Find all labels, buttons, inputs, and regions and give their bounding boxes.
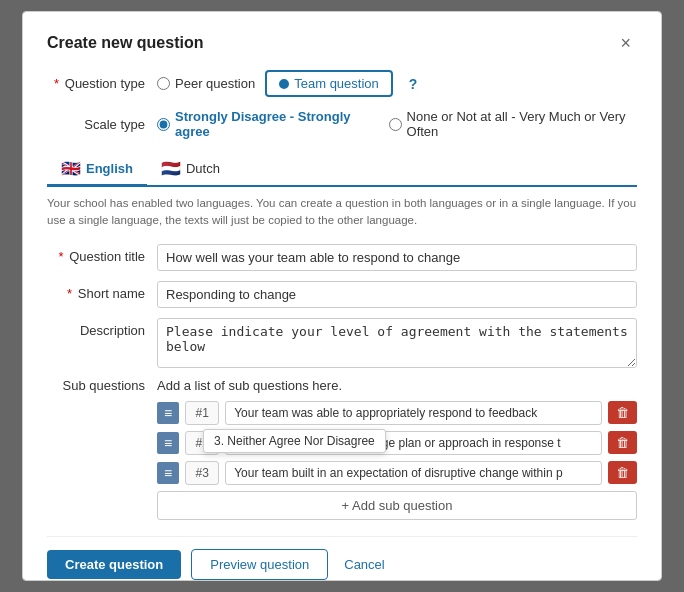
radio-dot (279, 79, 289, 89)
tab-dutch-label: Dutch (186, 161, 220, 176)
peer-question-radio[interactable] (157, 77, 170, 90)
question-title-row: * Question title (47, 244, 637, 271)
sub-question-row: ≡ #1 Your team was able to appropriately… (157, 401, 637, 425)
sub-question-row-3: ≡ #3 Your team built in an expectation o… (157, 461, 637, 485)
question-type-label: * Question type (47, 76, 157, 91)
sq-delete-2[interactable]: 🗑 (608, 431, 637, 454)
modal: Create new question × * Question type Pe… (22, 11, 662, 581)
modal-title: Create new question (47, 34, 203, 52)
question-type-row: * Question type Peer question Team quest… (47, 70, 637, 97)
tab-english-label: English (86, 161, 133, 176)
none-not-at-all-radio[interactable] (389, 118, 402, 131)
drag-handle-1[interactable]: ≡ (157, 402, 179, 424)
drag-handle-2[interactable]: ≡ (157, 432, 179, 454)
sq-delete-1[interactable]: 🗑 (608, 401, 637, 424)
help-icon[interactable]: ? (409, 76, 418, 92)
peer-question-option[interactable]: Peer question (157, 76, 255, 91)
modal-footer: Create question Preview question Cancel (47, 536, 637, 580)
question-title-input[interactable] (157, 244, 637, 271)
close-button[interactable]: × (614, 32, 637, 54)
description-row: Description (47, 318, 637, 368)
sub-questions-hint: Add a list of sub questions here. (157, 378, 342, 393)
scale-type-row: Scale type Strongly Disagree - Strongly … (47, 109, 637, 139)
required-star-3: * (67, 286, 72, 301)
language-info: Your school has enabled two languages. Y… (47, 195, 637, 230)
scale-type-label: Scale type (47, 117, 157, 132)
sq-text-3: Your team built in an expectation of dis… (225, 461, 602, 485)
sq-text-1: Your team was able to appropriately resp… (225, 401, 602, 425)
tooltip-1: 3. Neither Agree Nor Disagree (203, 429, 386, 453)
strongly-disagree-radio[interactable] (157, 118, 170, 131)
cancel-button[interactable]: Cancel (338, 550, 390, 579)
team-question-button[interactable]: Team question (265, 70, 393, 97)
scale-options: Strongly Disagree - Strongly agree None … (157, 109, 637, 139)
sq-number-1: #1 (185, 401, 219, 425)
english-flag: 🇬🇧 (61, 159, 81, 178)
create-question-button[interactable]: Create question (47, 550, 181, 579)
description-input[interactable] (157, 318, 637, 368)
short-name-row: * Short name (47, 281, 637, 308)
tab-dutch[interactable]: 🇳🇱 Dutch (147, 153, 234, 187)
dutch-flag: 🇳🇱 (161, 159, 181, 178)
sub-questions-section: Sub questions Add a list of sub question… (47, 378, 637, 520)
none-not-at-all-option[interactable]: None or Not at all - Very Much or Very O… (389, 109, 637, 139)
sq-number-3: #3 (185, 461, 219, 485)
question-type-options: Peer question Team question ? (157, 70, 417, 97)
strongly-disagree-option[interactable]: Strongly Disagree - Strongly agree (157, 109, 369, 139)
sub-questions-header: Sub questions Add a list of sub question… (47, 378, 637, 393)
sq-delete-3[interactable]: 🗑 (608, 461, 637, 484)
sub-questions-label: Sub questions (47, 378, 157, 393)
description-label: Description (47, 318, 157, 338)
modal-header: Create new question × (47, 32, 637, 54)
required-star-2: * (58, 249, 63, 264)
add-sub-question-button[interactable]: + Add sub question (157, 491, 637, 520)
tab-english[interactable]: 🇬🇧 English (47, 153, 147, 187)
question-title-label: * Question title (47, 244, 157, 264)
short-name-input[interactable] (157, 281, 637, 308)
language-tabs: 🇬🇧 English 🇳🇱 Dutch (47, 153, 637, 187)
preview-question-button[interactable]: Preview question (191, 549, 328, 580)
required-star: * (54, 76, 59, 91)
drag-handle-3[interactable]: ≡ (157, 462, 179, 484)
short-name-label: * Short name (47, 281, 157, 301)
